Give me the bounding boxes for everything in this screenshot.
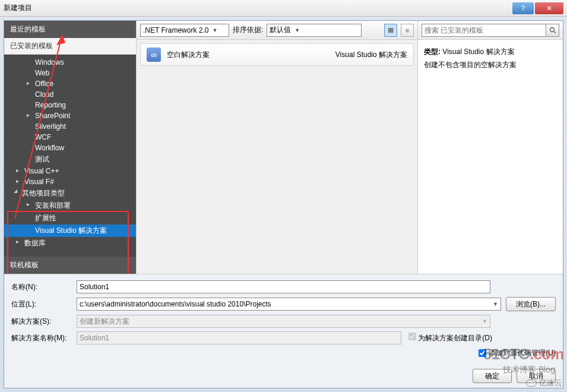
tree-visual-fsharp[interactable]: Visual F#: [4, 176, 136, 187]
tree-wcf[interactable]: WCF: [4, 132, 136, 143]
center-pane: .NET Framework 2.0 ▼ 排序依据: 默认值 ▼ ▦ ≡ ∞ 空…: [136, 21, 418, 274]
add-scc-checkbox[interactable]: 添加到源代码管理(U): [479, 348, 556, 358]
solution-label: 解决方案(S):: [11, 317, 77, 327]
browse-button[interactable]: 浏览(B)...: [506, 297, 556, 311]
installed-templates-header[interactable]: 已安装的模板: [4, 38, 136, 55]
solution-name-field: [77, 331, 401, 344]
svg-line-3: [554, 31, 556, 33]
template-description: 创建不包含项目的空解决方案: [424, 59, 557, 72]
tree-cloud[interactable]: Cloud: [4, 89, 136, 100]
name-label: 名称(N):: [11, 282, 77, 292]
tree-office[interactable]: Office: [4, 78, 136, 89]
cancel-button[interactable]: 取消: [517, 369, 556, 383]
template-tree: Windows Web Office Cloud Reporting Share…: [4, 55, 136, 257]
tree-test[interactable]: 测试: [4, 153, 136, 166]
chevron-down-icon: ▼: [482, 318, 487, 324]
dialog-body: 最近的模板 已安装的模板 Windows Web Office Cloud Re…: [0, 17, 567, 392]
online-templates-header[interactable]: 联机模板: [4, 257, 136, 274]
tree-extensibility[interactable]: 扩展性: [4, 212, 136, 225]
template-item-blank-solution[interactable]: ∞ 空白解决方案 Visual Studio 解决方案: [140, 43, 414, 66]
view-medium-icons[interactable]: ▦: [384, 24, 397, 37]
dialog-buttons: 确定 取消: [4, 364, 563, 388]
search-icon: [549, 27, 556, 34]
tree-workflow[interactable]: Workflow: [4, 143, 136, 153]
tree-sharepoint[interactable]: SharePoint: [4, 110, 136, 121]
search-button[interactable]: [546, 24, 559, 37]
create-dir-checkbox: 为解决方案创建目录(D): [408, 334, 492, 342]
sort-combo[interactable]: 默认值 ▼: [267, 24, 362, 37]
titlebar: 新建项目 ? ✕: [0, 0, 567, 17]
chevron-down-icon: ▼: [212, 27, 217, 33]
svg-point-2: [550, 27, 554, 31]
location-value: c:\users\administrator\documents\visual …: [80, 300, 271, 308]
search-input[interactable]: [422, 24, 546, 37]
sort-value: 默认值: [270, 25, 291, 35]
help-button[interactable]: ?: [512, 2, 534, 14]
location-label: 位置(L):: [11, 299, 77, 309]
tree-web[interactable]: Web: [4, 68, 136, 78]
template-list: ∞ 空白解决方案 Visual Studio 解决方案: [137, 40, 417, 274]
sort-by-label: 排序依据:: [233, 25, 263, 35]
location-combo[interactable]: c:\users\administrator\documents\visual …: [77, 298, 501, 311]
recent-templates-header[interactable]: 最近的模板: [4, 21, 136, 38]
solution-icon: ∞: [147, 48, 161, 62]
name-field[interactable]: [77, 280, 490, 293]
chevron-down-icon: ▼: [493, 301, 498, 307]
ok-button[interactable]: 确定: [473, 369, 512, 383]
tree-setup-deploy[interactable]: 安装和部署: [4, 200, 136, 212]
tree-windows[interactable]: Windows: [4, 57, 136, 68]
window-title: 新建项目: [4, 3, 32, 13]
tree-other-project-types[interactable]: 其他项目类型: [4, 187, 136, 200]
solution-combo: 创建新解决方案 ▼: [77, 315, 490, 328]
solution-value: 创建新解决方案: [80, 317, 129, 327]
type-label: 类型:: [424, 48, 441, 56]
chevron-down-icon: ▼: [294, 27, 300, 33]
tree-visual-cpp[interactable]: Visual C++: [4, 166, 136, 176]
tree-database[interactable]: 数据库: [4, 237, 136, 249]
framework-combo[interactable]: .NET Framework 2.0 ▼: [140, 24, 229, 37]
center-toolbar: .NET Framework 2.0 ▼ 排序依据: 默认值 ▼ ▦ ≡: [137, 21, 417, 40]
close-button[interactable]: ✕: [535, 2, 563, 14]
template-name: 空白解决方案: [167, 50, 210, 60]
bottom-form: 名称(N): 位置(L): c:\users\administrator\doc…: [4, 274, 563, 364]
tree-reporting[interactable]: Reporting: [4, 100, 136, 110]
tree-silverlight[interactable]: Silverlight: [4, 121, 136, 132]
framework-value: .NET Framework 2.0: [143, 26, 208, 34]
template-lang: Visual Studio 解决方案: [335, 50, 407, 60]
tree-vs-solutions[interactable]: Visual Studio 解决方案: [4, 225, 136, 237]
view-small-icons[interactable]: ≡: [401, 24, 414, 37]
solution-name-label: 解决方案名称(M):: [11, 333, 77, 343]
templates-sidebar: 最近的模板 已安装的模板 Windows Web Office Cloud Re…: [4, 21, 136, 274]
type-value: Visual Studio 解决方案: [442, 48, 514, 56]
right-pane: 类型: Visual Studio 解决方案 创建不包含项目的空解决方案: [418, 21, 563, 274]
